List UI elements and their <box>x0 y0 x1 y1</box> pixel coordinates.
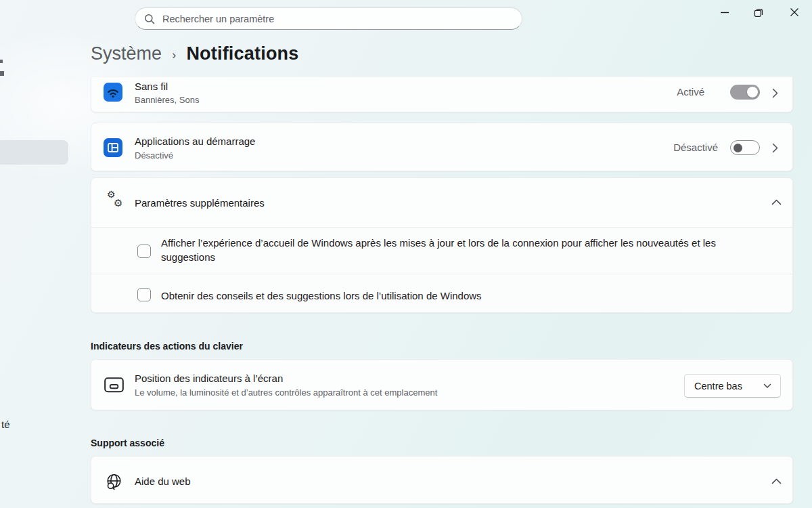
additional-settings-header[interactable]: ⚙ ⚙ Paramètres supplémentaires <box>91 178 792 227</box>
web-help-icon <box>105 473 123 491</box>
tips-suggestions-row: Obtenir des conseils et des suggestions … <box>91 274 792 313</box>
startup-apps-status: Désactivé <box>673 142 718 153</box>
startup-apps-title: Applications au démarrage <box>135 135 255 147</box>
chevron-up-icon <box>771 199 782 205</box>
cutoff-glyph-fragment <box>0 60 3 63</box>
close-button[interactable] <box>781 3 808 22</box>
wireless-toggle[interactable] <box>730 85 760 100</box>
indicators-position-subtitle: Le volume, la luminosité et d’autres con… <box>135 387 437 398</box>
breadcrumb: Système › Notifications <box>91 43 298 64</box>
startup-apps-row[interactable]: Applications au démarrage Désactivé Désa… <box>91 123 793 171</box>
web-help-row[interactable]: Aide du web <box>91 456 793 504</box>
chevron-up-icon <box>771 478 782 484</box>
tips-suggestions-label: Obtenir des conseils et des suggestions … <box>161 289 482 303</box>
indicators-position-title: Position des indicateurs à l’écran <box>135 373 283 384</box>
screen-indicator-icon <box>104 377 124 393</box>
indicators-position-row: Position des indicateurs à l’écran Le vo… <box>91 359 793 410</box>
position-dropdown[interactable]: Centre bas <box>684 374 781 398</box>
welcome-experience-label: Afficher l’expérience d’accueil de Windo… <box>161 236 738 264</box>
web-help-title: Aide du web <box>135 475 191 487</box>
welcome-experience-row: Afficher l’expérience d’accueil de Windo… <box>91 227 792 274</box>
chevron-right-icon <box>772 88 778 98</box>
search-input[interactable] <box>162 14 501 24</box>
additional-settings-group: ⚙ ⚙ Paramètres supplémentaires Afficher … <box>91 177 793 313</box>
welcome-experience-checkbox[interactable] <box>137 245 151 258</box>
startup-apps-icon <box>104 138 122 157</box>
additional-settings-title: Paramètres supplémentaires <box>135 197 265 209</box>
position-dropdown-value: Centre bas <box>694 381 742 391</box>
search-input-container[interactable] <box>135 7 522 30</box>
chevron-right-icon <box>772 143 778 153</box>
settings-window: té Système › Notifications <box>0 0 812 508</box>
startup-apps-subtitle: Désactivé <box>135 150 173 161</box>
wireless-row[interactable]: Sans fil Bannières, Sons Activé <box>91 77 793 112</box>
gears-icon: ⚙ <box>114 197 122 209</box>
search-icon <box>144 14 155 24</box>
breadcrumb-separator: › <box>172 47 176 62</box>
wireless-title: Sans fil <box>135 81 168 92</box>
restore-button[interactable] <box>745 3 772 22</box>
cutoff-text: té <box>1 419 10 430</box>
section-related-support: Support associé <box>91 438 164 448</box>
chevron-down-icon <box>763 383 771 389</box>
wifi-icon <box>104 83 122 102</box>
breadcrumb-system-link[interactable]: Système <box>91 43 162 64</box>
wireless-subtitle: Bannières, Sons <box>135 95 199 105</box>
page-title: Notifications <box>186 43 298 64</box>
cutoff-glyph-fragment <box>0 71 4 76</box>
startup-apps-toggle[interactable] <box>730 140 760 155</box>
wireless-status: Activé <box>677 86 704 98</box>
section-keyboard-indicators: Indicateurs des actions du clavier <box>91 341 243 352</box>
tips-suggestions-checkbox[interactable] <box>137 288 151 301</box>
minimize-button[interactable] <box>711 3 738 22</box>
background-nav-selected-pill[interactable] <box>0 140 68 165</box>
